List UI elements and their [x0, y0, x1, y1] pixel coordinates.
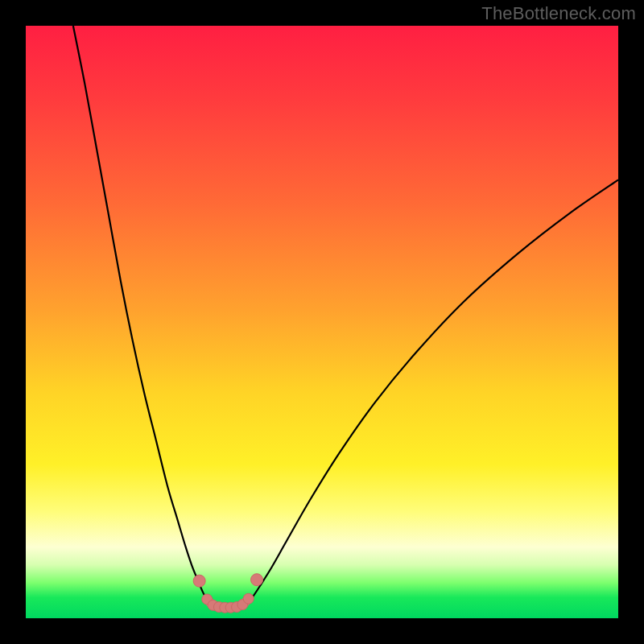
plot-area [26, 26, 618, 618]
left-curve [73, 26, 208, 603]
chart-frame: TheBottleneck.com [0, 0, 644, 644]
right-curve [248, 180, 618, 603]
curve-layer [26, 26, 618, 618]
floor-marker-dot [251, 574, 263, 586]
floor-marker-dot [193, 575, 205, 587]
watermark-text: TheBottleneck.com [481, 3, 636, 24]
floor-marker-dot [243, 593, 254, 604]
